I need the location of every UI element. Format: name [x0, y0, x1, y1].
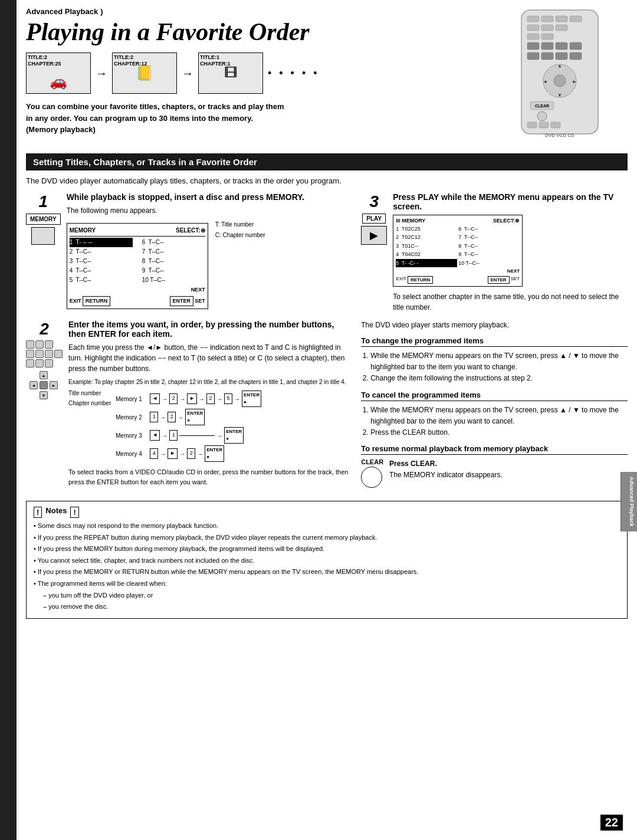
- memory-row-10: 10 T--C--: [142, 275, 205, 285]
- mem2-enter: ENTER●: [185, 409, 205, 425]
- svg-text:◄: ◄: [543, 79, 547, 84]
- step3-enter-area: ENTER SET: [488, 276, 520, 284]
- description-text: You can combine your favorite titles, ch…: [26, 101, 510, 136]
- breadcrumb-arrow: ): [100, 7, 103, 16]
- svg-rect-28: [539, 122, 549, 128]
- memory-menu-footer: EXIT RETURN ENTER SET: [70, 296, 205, 307]
- step1-content: While playback is stopped, insert a disc…: [67, 192, 352, 313]
- svg-rect-27: [527, 122, 537, 128]
- step3-return-btn[interactable]: RETURN: [408, 276, 433, 284]
- memory1-row: Memory 1 ◄ → 2 → ► → 2 →: [116, 391, 261, 407]
- example-section: Example: To play chapter 25 in title 2, …: [68, 378, 352, 464]
- notes-header: Notes: [45, 506, 67, 515]
- desc-line2: in any order. You can program up to 30 i…: [26, 114, 253, 123]
- section-title-bar: Setting Titles, Chapters, or Tracks in a…: [26, 153, 628, 170]
- note-4: You cannot select title, chapter, and tr…: [34, 556, 620, 566]
- svg-rect-7: [556, 25, 567, 31]
- mem4-2: 2: [187, 448, 195, 459]
- svg-rect-1: [527, 16, 539, 22]
- step1-item: 1 MEMORY While playback is stopped, inse…: [26, 192, 352, 313]
- step2-item: 2: [26, 320, 352, 487]
- svg-rect-17: [570, 52, 582, 60]
- note-6: The programmed items will be cleared whe…: [34, 579, 620, 589]
- svg-text:▼: ▼: [557, 93, 562, 98]
- mem1-left: ◄: [150, 393, 160, 404]
- step2-body: Each time you press the ◄/► button, the …: [68, 342, 352, 487]
- memory-col-right: 6 T--C-- 7 T--C-- 8 T--C-- 9 T--C-- 10 T…: [142, 238, 205, 285]
- svg-text:►: ►: [572, 79, 577, 84]
- svg-rect-2: [541, 16, 553, 22]
- step3-footer: EXIT RETURN ENTER SET: [396, 276, 520, 284]
- resume-body2: The MEMORY indicator disappears.: [389, 470, 503, 481]
- example-labels: Title number Chapter number: [68, 389, 111, 409]
- nav-up[interactable]: ▲: [40, 371, 48, 379]
- mem1-2b: 2: [206, 393, 215, 404]
- step3-mem-title: III MEMORY: [396, 218, 425, 224]
- memory-row-1: 1 T- -- --: [70, 238, 133, 247]
- note-1: Some discs may not respond to the memory…: [34, 521, 620, 531]
- mem1-2: 2: [169, 393, 178, 404]
- step3-item: 3 PLAY ▶ Press PLAY while the MEMORY men…: [361, 192, 628, 313]
- tracks-note: To select tracks from a VIDEO CD/audio C…: [68, 467, 352, 487]
- mr6: 6 T--C--: [458, 225, 520, 233]
- memory-menu-rows: 1 T- -- -- 2 T--C-- 3 T--C-- 4 T--C-- 5 …: [70, 238, 205, 285]
- svg-text:DVD  VCD  CD: DVD VCD CD: [545, 133, 574, 138]
- svg-text:▲: ▲: [557, 63, 562, 68]
- memory-row-3: 3 T--C--: [70, 257, 133, 266]
- nav-cross: ▲ ◄ ► ▼: [29, 371, 59, 401]
- resume-icon-area: CLEAR: [361, 458, 383, 488]
- step3-exit: EXIT: [396, 276, 406, 284]
- step3-play-body: The DVD video player starts memory playb…: [361, 320, 628, 330]
- svg-rect-4: [570, 16, 582, 22]
- mr1: 1 T02C25: [396, 225, 457, 233]
- memory3-row: Memory 3 ◄ → 1 → ENTER●: [116, 427, 261, 444]
- step1-body: The following menu appears. MEMORY SELEC…: [67, 205, 352, 313]
- notes-header-row: ! Notes !: [34, 506, 620, 519]
- note-sub-2: you remove the disc.: [34, 602, 620, 612]
- step3-set: SET: [511, 276, 520, 284]
- notes-icon-right: !: [70, 507, 78, 518]
- step1-number: 1: [39, 192, 48, 211]
- svg-rect-13: [570, 42, 582, 50]
- btn-sq-6: [45, 350, 53, 358]
- btn-sq-7: [54, 350, 63, 358]
- example-rows: Memory 1 ◄ → 2 → ► → 2 →: [116, 389, 261, 464]
- notes-list: Some discs may not respond to the memory…: [34, 521, 620, 612]
- memory-row-9: 9 T--C--: [142, 266, 205, 275]
- cancel-step1: While the MEMORY menu appears on the TV …: [370, 405, 628, 427]
- return-btn[interactable]: RETURN: [83, 296, 111, 307]
- memory-title: MEMORY: [70, 226, 96, 235]
- svg-rect-11: [541, 42, 553, 50]
- mem4-4: 4: [150, 448, 158, 459]
- mr7: 7 T--C--: [458, 233, 520, 241]
- nav-down[interactable]: ▼: [40, 391, 48, 399]
- mem1-right: ►: [187, 393, 197, 404]
- arrow-1: →: [96, 67, 107, 80]
- legend-area: T: Title number C: Chapter number: [215, 219, 265, 313]
- resume-clear-label: CLEAR: [361, 458, 383, 465]
- page-number: 22: [600, 815, 623, 831]
- btn-sq-2: [35, 340, 44, 349]
- legend-c: C: Chapter number: [215, 230, 265, 241]
- btn-sq-4: [26, 350, 34, 358]
- svg-rect-5: [527, 25, 539, 31]
- change-step2: Change the item following the instructio…: [370, 373, 628, 384]
- steps-left: 1 MEMORY While playback is stopped, inse…: [26, 192, 352, 494]
- dots-decoration: • • • • •: [268, 67, 320, 80]
- btn-sq-8: [26, 359, 34, 368]
- memory-row-8: 8 T--C--: [142, 257, 205, 266]
- mr4: 4 T04C02: [396, 250, 457, 258]
- step3-header: Press PLAY while the MEMORY menu appears…: [393, 192, 628, 211]
- svg-rect-29: [551, 122, 560, 128]
- mem3-1: 1: [169, 430, 178, 441]
- nav-right[interactable]: ►: [50, 381, 58, 389]
- nav-center[interactable]: [40, 381, 48, 389]
- step3-enter-btn[interactable]: ENTER: [488, 276, 510, 284]
- step2-icons: ▲ ◄ ► ▼: [26, 340, 63, 401]
- icon-row-3: [26, 359, 63, 368]
- page-title: Playing in a Favorite Order: [26, 18, 510, 45]
- nav-left[interactable]: ◄: [29, 381, 38, 389]
- enter-btn[interactable]: ENTER: [170, 296, 194, 307]
- note-2: If you press the REPEAT button during me…: [34, 533, 620, 543]
- main-content: Advanced Playback ) Playing in a Favorit…: [17, 0, 637, 628]
